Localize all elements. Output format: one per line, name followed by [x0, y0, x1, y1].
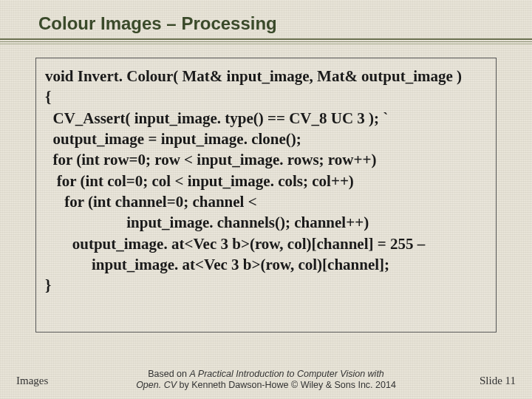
code-line: for (int channel=0; channel < [45, 191, 487, 212]
code-block: void Invert. Colour( Mat& input_image, M… [35, 58, 497, 332]
code-line: { [45, 86, 487, 107]
code-line: for (int row=0; row < input_image. rows;… [45, 149, 487, 170]
code-line: input_image. channels(); channel++) [45, 212, 487, 233]
footer: Images Based on A Practical Introduction… [0, 362, 532, 392]
code-line: } [45, 275, 487, 296]
code-line: for (int col=0; col < input_image. cols;… [45, 171, 487, 191]
footer-book-title-2: Open. CV [136, 380, 177, 390]
footer-left: Images [16, 375, 48, 387]
footer-author: by Kenneth Dawson-Howe © Wiley & Sons In… [177, 380, 396, 390]
footer-book-title-1: A Practical Introduction to Computer Vis… [189, 369, 383, 379]
footer-based-on: Based on [148, 369, 189, 379]
code-line: output_image = input_image. clone(); [45, 129, 487, 149]
code-line: input_image. at<Vec 3 b>(row, col)[chann… [45, 254, 487, 275]
code-line: output_image. at<Vec 3 b>(row, col)[chan… [45, 233, 487, 254]
slide-number: Slide 11 [480, 375, 516, 387]
code-line: void Invert. Colour( Mat& input_image, M… [45, 66, 487, 86]
code-line: CV_Assert( input_image. type() == CV_8 U… [45, 108, 487, 129]
footer-center: Based on A Practical Introduction to Com… [126, 369, 406, 392]
slide-title: Colour Images – Processing [38, 13, 277, 34]
title-underline [0, 38, 532, 44]
